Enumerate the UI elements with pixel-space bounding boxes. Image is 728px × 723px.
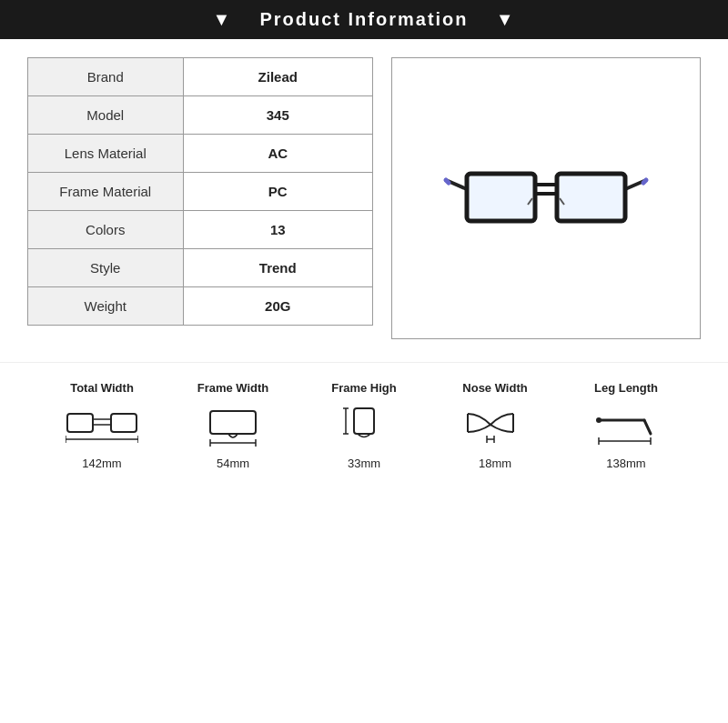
nose-width-value: 18mm <box>479 457 511 470</box>
frame-width-label: Frame Width <box>197 381 269 395</box>
page-header: ▼ Product Information ▼ <box>0 0 728 39</box>
table-label-2: Lens Material <box>28 135 184 173</box>
table-value-3: PC <box>183 173 372 211</box>
frame-width-icon <box>197 404 269 449</box>
svg-rect-5 <box>557 174 625 221</box>
table-label-4: Colors <box>28 211 184 249</box>
measure-frame-width: Frame Width 54mm <box>197 381 269 470</box>
svg-rect-4 <box>467 174 535 221</box>
svg-point-34 <box>596 417 602 423</box>
svg-rect-10 <box>67 414 93 432</box>
main-content: BrandZileadModel345Lens MaterialACFrame … <box>0 39 728 357</box>
table-value-1: 345 <box>183 96 372 135</box>
nose-width-label: Nose Width <box>462 381 527 395</box>
glasses-svg <box>441 130 651 266</box>
measure-total-width: Total Width 142mm <box>66 381 138 470</box>
glasses-image <box>392 58 700 338</box>
svg-line-1 <box>446 180 449 183</box>
leg-length-icon <box>590 404 662 449</box>
info-table-section: BrandZileadModel345Lens MaterialACFrame … <box>27 57 373 339</box>
measurements-section: Total Width 142mm Frame Width <box>0 362 728 479</box>
frame-width-value: 54mm <box>217 457 249 470</box>
frame-high-value: 33mm <box>348 457 380 470</box>
total-width-icon <box>66 404 138 449</box>
leg-length-value: 138mm <box>606 457 645 470</box>
table-value-0: Zilead <box>183 58 372 96</box>
table-value-6: 20G <box>183 287 372 326</box>
frame-high-label: Frame High <box>331 381 397 395</box>
table-value-5: Trend <box>183 249 372 287</box>
table-label-6: Weight <box>28 287 184 326</box>
product-image-section <box>391 57 701 339</box>
measure-nose-width: Nose Width 18mm <box>459 381 531 470</box>
table-label-3: Frame Material <box>28 173 184 211</box>
leg-length-label: Leg Length <box>594 381 658 395</box>
header-triangle-right: ▼ <box>496 9 516 29</box>
table-label-5: Style <box>28 249 184 287</box>
table-value-2: AC <box>183 135 372 173</box>
measure-frame-high: Frame High 33mm <box>328 381 400 470</box>
table-label-1: Model <box>28 96 184 135</box>
svg-line-3 <box>643 180 646 183</box>
table-label-0: Brand <box>28 58 184 96</box>
svg-rect-23 <box>354 408 374 434</box>
measure-leg-length: Leg Length 138mm <box>590 381 662 470</box>
total-width-label: Total Width <box>70 381 134 395</box>
product-info-table: BrandZileadModel345Lens MaterialACFrame … <box>27 57 373 326</box>
svg-rect-11 <box>111 414 136 432</box>
header-title: Product Information <box>259 9 468 29</box>
total-width-value: 142mm <box>82 457 121 470</box>
svg-rect-19 <box>210 411 256 434</box>
frame-high-icon <box>328 404 400 449</box>
table-value-4: 13 <box>183 211 372 249</box>
header-triangle-left: ▼ <box>212 9 232 29</box>
nose-width-icon <box>459 404 531 449</box>
svg-line-33 <box>644 420 651 434</box>
